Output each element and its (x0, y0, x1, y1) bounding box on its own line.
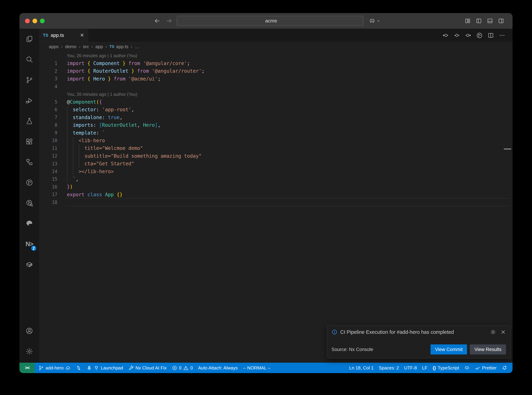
breadcrumb-separator: › (105, 44, 107, 49)
activity-item-edge-tools[interactable] (19, 213, 39, 234)
minimize-window-button[interactable] (32, 19, 37, 23)
status-formatter-prettier[interactable]: Prettier (472, 363, 499, 373)
project-graph-icon (26, 179, 33, 186)
notification-settings-icon[interactable] (490, 329, 496, 335)
status-git-compare-status[interactable] (73, 363, 84, 373)
status-problems[interactable]: 00 (169, 363, 195, 373)
code-text: selector: 'app-root', (67, 107, 134, 112)
edge-tools-icon (26, 220, 33, 227)
status-label: -- NORMAL -- (243, 365, 270, 371)
close-tab-icon[interactable]: ✕ (80, 33, 84, 38)
history-nav (154, 13, 172, 29)
close-window-button[interactable] (25, 19, 30, 23)
toggle-panel-icon[interactable] (487, 18, 493, 24)
remote-indicator[interactable]: >< (19, 363, 35, 373)
line-number: 5 (39, 99, 57, 105)
status-language-mode[interactable]: {}TypeScript (430, 363, 462, 373)
code-line-6: 6 selector: 'app-root', (39, 106, 513, 114)
activity-item-testing[interactable] (19, 111, 39, 131)
view-commit-button[interactable]: View Commit (430, 344, 467, 355)
code-text: ></lib-hero> (67, 169, 114, 174)
status-git-branch-status[interactable]: add-hero (36, 363, 73, 373)
activity-item-project-graph[interactable] (19, 172, 39, 193)
activity-item-run-and-debug[interactable] (19, 90, 39, 111)
status-launchpad-status[interactable]: Launchpad (84, 363, 126, 373)
status-label: 0 (179, 365, 181, 371)
command-center-text: acme (265, 18, 277, 24)
close-icon[interactable] (500, 329, 506, 335)
activity-item-search[interactable] (19, 49, 39, 70)
desktop-background: acme N>2 TS app.ts ✕ apps›demo›sr (0, 0, 532, 395)
code-text: }) (67, 184, 73, 190)
activity-item-source-control[interactable] (19, 70, 39, 90)
tab-app-ts[interactable]: TS app.ts ✕ (39, 29, 88, 42)
status-label: UTF-8 (404, 365, 417, 371)
git-branch-icon (38, 365, 44, 371)
status-nx-cloud-ai-fix[interactable]: Nx Cloud AI Fix (126, 363, 169, 373)
code-line-14: 14 ></lib-hero> (39, 168, 513, 175)
command-center[interactable]: acme (177, 16, 364, 26)
status-indentation[interactable]: Spaces: 2 (376, 363, 402, 373)
line-number: 10 (39, 138, 57, 143)
nav-circle-icon[interactable] (454, 32, 460, 38)
code-line-17: 17export class App {} (39, 191, 513, 198)
breadcrumb-item-apps[interactable]: apps (49, 44, 59, 49)
status-label: Prettier (482, 365, 497, 371)
activity-bar: N>2 (19, 29, 39, 363)
rocket-icon (86, 365, 92, 371)
code-editor[interactable]: You, 26 minutes ago | 1 author (You)1imp… (39, 51, 513, 363)
status-eol[interactable]: LF (419, 363, 430, 373)
toggle-primary-sidebar-icon[interactable] (476, 18, 482, 24)
more-actions-icon[interactable] (499, 32, 505, 38)
accounts-icon (26, 327, 33, 335)
copilot-menu[interactable] (369, 13, 381, 29)
status-notifications-bell[interactable] (499, 363, 510, 373)
line-number: 11 (39, 146, 57, 151)
breadcrumb-item-demo[interactable]: demo (65, 44, 76, 49)
view-results-button[interactable]: View Results (470, 344, 506, 355)
nx-console-badge: 2 (30, 245, 37, 252)
notification-toast: CI Pipeline Execution for #add-hero has … (327, 325, 511, 358)
activity-item-type-hierarchy[interactable] (19, 152, 39, 172)
nav-back-circle-icon[interactable] (442, 32, 449, 38)
git-blame-text: You, 26 minutes ago | 1 author (You) (67, 53, 137, 58)
activity-item-graph-explorer[interactable] (19, 193, 39, 213)
code-lines: You, 26 minutes ago | 1 author (You)1imp… (39, 52, 513, 206)
search-icon (26, 56, 33, 63)
split-editor-icon[interactable] (488, 32, 494, 38)
status-vim-mode[interactable]: -- NORMAL -- (240, 363, 273, 373)
containers-icon (26, 261, 33, 269)
breadcrumb-item-appts[interactable]: TSapp.ts (109, 44, 128, 49)
nav-forward-circle-icon[interactable] (465, 32, 471, 38)
status-encoding[interactable]: UTF-8 (402, 363, 419, 373)
code-line-10: 10 <lib-hero (39, 137, 513, 144)
blame-annotation-row: You, 26 minutes ago | 1 author (You) (39, 90, 513, 98)
line-number: 4 (39, 84, 57, 89)
explorer-icon (26, 35, 33, 43)
history-back-icon[interactable] (154, 18, 160, 24)
status-cursor-position[interactable]: Ln 18, Col 1 (347, 363, 376, 373)
toggle-secondary-sidebar-icon[interactable] (498, 18, 504, 24)
braces-icon: {} (433, 365, 436, 370)
activity-item-containers[interactable] (19, 254, 39, 275)
cloud-upload-icon (65, 365, 71, 371)
line-number: 8 (39, 123, 57, 128)
breadcrumb-separator: › (131, 44, 132, 49)
customize-layout-icon[interactable] (465, 18, 471, 24)
code-text: cta="Get Started" (67, 161, 134, 167)
git-graph-icon[interactable] (476, 32, 483, 38)
notification-actions: View CommitView Results (430, 344, 506, 355)
status-copilot-status[interactable] (462, 363, 472, 373)
code-line-1: 1import { Component } from '@angular/cor… (39, 60, 513, 67)
breadcrumb-item-src[interactable]: src (83, 44, 89, 49)
activity-item-nx-console[interactable]: N>2 (19, 234, 39, 254)
activity-item-accounts[interactable] (19, 321, 39, 341)
activity-item-explorer[interactable] (19, 29, 39, 49)
zoom-window-button[interactable] (40, 19, 45, 23)
breadcrumb-item-[interactable]: … (135, 44, 139, 49)
activity-item-settings[interactable] (19, 341, 39, 362)
activity-item-extensions[interactable] (19, 131, 39, 152)
breadcrumb-item-app[interactable]: app (95, 44, 103, 49)
history-forward-icon[interactable] (166, 18, 172, 24)
status-auto-attach[interactable]: Auto Attach: Always (195, 363, 240, 373)
